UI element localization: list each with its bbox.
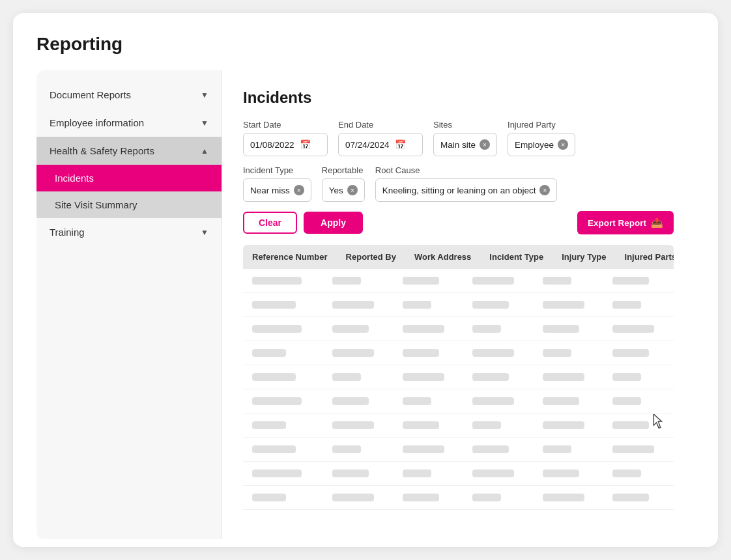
chevron-down-icon: ▼: [201, 119, 208, 128]
clear-button[interactable]: Clear: [243, 212, 297, 234]
table-row: [243, 438, 674, 462]
sidebar-item-label: Training: [50, 227, 85, 238]
content-area: Incidents Start Date 01/08/2022 📅 End Da…: [222, 70, 695, 539]
chevron-down-icon: ▼: [201, 228, 208, 237]
filter-start-date-group: Start Date 01/08/2022 📅: [243, 120, 328, 156]
sidebar-sub-item-label: Incidents: [55, 173, 94, 184]
table-row: [243, 269, 674, 293]
start-date-value: 01/08/2022: [250, 140, 294, 150]
sidebar-item-training[interactable]: Training ▼: [36, 218, 222, 246]
sites-tag[interactable]: Main site ×: [433, 133, 497, 156]
filter-reportable-group: Reportable Yes ×: [322, 165, 365, 202]
injured-party-label: Injured Party: [508, 120, 575, 130]
sidebar-item-health-safety-reports[interactable]: Health & Safety Reports ▲: [36, 137, 222, 165]
action-row: Clear Apply Export Report 📤: [243, 211, 674, 234]
sites-close-icon[interactable]: ×: [480, 139, 490, 150]
sidebar-sub-item-label: Site Visit Summary: [55, 199, 137, 210]
main-card: Document Reports ▼ Employee information …: [36, 70, 695, 539]
incident-type-close-icon[interactable]: ×: [294, 185, 304, 195]
end-date-label: End Date: [338, 120, 423, 130]
filter-injured-party-group: Injured Party Employee ×: [508, 120, 575, 156]
start-date-label: Start Date: [243, 120, 328, 130]
export-icon: 📤: [651, 217, 663, 229]
sidebar-item-document-reports[interactable]: Document Reports ▼: [36, 81, 222, 109]
root-cause-close-icon[interactable]: ×: [539, 185, 550, 195]
table-row: [243, 389, 674, 413]
reportable-label: Reportable: [322, 165, 365, 175]
injured-party-value: Employee: [515, 140, 554, 150]
root-cause-label: Root Cause: [375, 165, 558, 175]
start-date-input[interactable]: 01/08/2022 📅: [243, 133, 328, 156]
sidebar-item-label: Document Reports: [50, 89, 131, 100]
chevron-down-icon: ▼: [201, 91, 208, 100]
col-reference-number: Reference Number: [243, 245, 337, 269]
end-date-value: 07/24/2024: [345, 140, 390, 150]
table-wrapper: Reference Number Reported By Work Addres…: [243, 245, 674, 521]
filter-row-1: Start Date 01/08/2022 📅 End Date 07/24/2…: [243, 120, 674, 156]
btn-group-left: Clear Apply: [243, 212, 363, 234]
sidebar: Document Reports ▼ Employee information …: [36, 70, 222, 539]
table-row: [243, 365, 674, 389]
table-row: [243, 486, 674, 510]
export-report-label: Export Report: [588, 218, 646, 228]
calendar-icon: 📅: [395, 139, 406, 150]
apply-button[interactable]: Apply: [304, 212, 363, 234]
injured-party-close-icon[interactable]: ×: [558, 139, 568, 150]
table-body[interactable]: [243, 269, 674, 519]
page-title: Reporting: [36, 34, 695, 55]
table-header: Reference Number Reported By Work Addres…: [243, 245, 674, 269]
end-date-input[interactable]: 07/24/2024 📅: [338, 133, 423, 156]
root-cause-value: Kneeling, sitting or leaning on an objec…: [382, 186, 536, 195]
root-cause-tag[interactable]: Kneeling, sitting or leaning on an objec…: [375, 178, 558, 202]
sidebar-item-label: Employee information: [50, 117, 144, 128]
chevron-up-icon: ▲: [201, 147, 208, 156]
reportable-value: Yes: [329, 186, 343, 195]
injured-party-tag[interactable]: Employee ×: [508, 133, 575, 156]
filter-sites-group: Sites Main site ×: [433, 120, 497, 156]
sites-value: Main site: [440, 140, 476, 150]
table-row: [243, 413, 674, 438]
sidebar-sub-item-incidents[interactable]: Incidents: [36, 165, 222, 191]
table-row: [243, 341, 674, 365]
page-wrapper: Reporting Document Reports ▼ Employee in…: [13, 13, 718, 547]
reportable-close-icon[interactable]: ×: [347, 185, 358, 195]
table-row: [243, 317, 674, 341]
table-row: [243, 293, 674, 317]
incident-type-label: Incident Type: [243, 165, 311, 175]
export-report-button[interactable]: Export Report 📤: [577, 211, 674, 234]
col-work-address: Work Address: [405, 245, 480, 269]
calendar-icon: 📅: [300, 139, 311, 150]
reportable-tag[interactable]: Yes ×: [322, 178, 365, 202]
filter-row-2: Incident Type Near miss × Reportable Yes…: [243, 165, 674, 202]
incident-type-value: Near miss: [250, 186, 290, 195]
filter-root-cause-group: Root Cause Kneeling, sitting or leaning …: [375, 165, 558, 202]
col-injured-parts: Injured Parts of: [616, 245, 674, 269]
sidebar-sub-item-site-visit-summary[interactable]: Site Visit Summary: [36, 191, 222, 218]
filter-incident-type-group: Incident Type Near miss ×: [243, 165, 311, 202]
sidebar-item-employee-information[interactable]: Employee information ▼: [36, 109, 222, 137]
incidents-title: Incidents: [243, 89, 674, 107]
table-row: [243, 462, 674, 486]
incident-type-tag[interactable]: Near miss ×: [243, 178, 311, 202]
sites-label: Sites: [433, 120, 497, 130]
col-incident-type: Incident Type: [480, 245, 552, 269]
col-reported-by: Reported By: [337, 245, 405, 269]
col-injury-type: Injury Type: [552, 245, 615, 269]
filter-end-date-group: End Date 07/24/2024 📅: [338, 120, 423, 156]
sidebar-item-label: Health & Safety Reports: [50, 145, 154, 156]
